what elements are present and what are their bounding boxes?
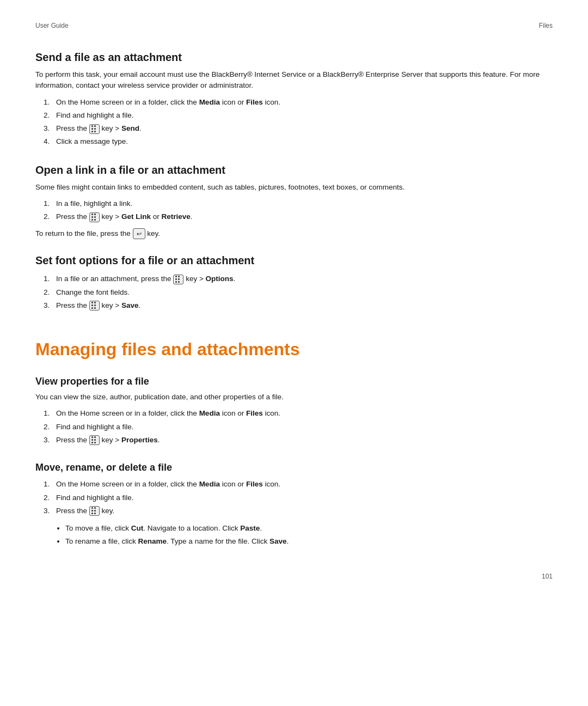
menu-key-icon <box>89 506 100 516</box>
back-key-icon: ↩ <box>133 228 145 240</box>
section-title-open-link: Open a link in a file or an attachment <box>35 164 553 176</box>
send-file-intro: To perform this task, your email account… <box>35 69 553 92</box>
list-item: Press the key > Send. <box>52 122 553 135</box>
list-item: In a file, highlight a link. <box>52 197 553 210</box>
page: User Guide Files Send a file as an attac… <box>0 0 588 597</box>
section-title-send-file: Send a file as an attachment <box>35 51 553 64</box>
menu-key-dots <box>91 214 96 221</box>
move-rename-bullets: To move a file, click Cut. Navigate to a… <box>65 522 553 549</box>
list-item: In a file or an attachment, press the ke… <box>52 272 553 285</box>
header-left: User Guide <box>35 22 69 29</box>
list-item: Click a message type. <box>52 135 553 148</box>
section-send-file: Send a file as an attachment To perform … <box>35 51 553 149</box>
open-link-steps: In a file, highlight a link. Press the k… <box>52 197 553 224</box>
menu-key-icon <box>89 212 100 222</box>
chapter-title: Managing files and attachments <box>35 339 553 360</box>
font-options-steps: In a file or an attachment, press the ke… <box>52 272 553 312</box>
list-item: Press the key > Get Link or Retrieve. <box>52 210 553 223</box>
menu-key-icon <box>173 275 183 284</box>
list-item: On the Home screen or in a folder, click… <box>52 478 553 491</box>
section-subtitle-view-properties: View properties for a file <box>35 376 553 387</box>
page-number: 101 <box>542 573 553 580</box>
menu-key-dots <box>91 507 96 515</box>
section-title-font-options: Set font options for a file or an attach… <box>35 254 553 267</box>
list-item: On the Home screen or in a folder, click… <box>52 96 553 109</box>
view-properties-intro: You can view the size, author, publicati… <box>35 392 553 403</box>
list-item: Press the key > Save. <box>52 299 553 312</box>
section-subtitle-move-rename: Move, rename, or delete a file <box>35 462 553 473</box>
section-font-options: Set font options for a file or an attach… <box>35 254 553 312</box>
move-rename-steps: On the Home screen or in a folder, click… <box>52 478 553 518</box>
menu-key-dots <box>91 436 96 444</box>
page-header: User Guide Files <box>35 22 553 29</box>
list-item: Press the key > Properties. <box>52 434 553 447</box>
list-item: Press the key. <box>52 504 553 518</box>
send-file-steps: On the Home screen or in a folder, click… <box>52 96 553 149</box>
section-view-properties: View properties for a file You can view … <box>35 376 553 447</box>
menu-key-dots <box>91 125 96 133</box>
view-properties-steps: On the Home screen or in a folder, click… <box>52 407 553 447</box>
list-item: Find and highlight a file. <box>52 491 553 504</box>
list-item: Find and highlight a file. <box>52 109 553 122</box>
menu-key-icon <box>89 301 100 311</box>
section-move-rename-delete: Move, rename, or delete a file On the Ho… <box>35 462 553 548</box>
list-item: On the Home screen or in a folder, click… <box>52 407 553 420</box>
list-item: Change the font fields. <box>52 286 553 299</box>
list-item: To move a file, click Cut. Navigate to a… <box>65 522 553 535</box>
menu-key-dots <box>175 276 180 283</box>
section-open-link: Open a link in a file or an attachment S… <box>35 164 553 240</box>
list-item: To rename a file, click Rename. Type a n… <box>65 535 553 548</box>
menu-key-icon <box>89 435 100 445</box>
open-link-intro: Some files might contain links to embedd… <box>35 182 553 193</box>
menu-key-icon <box>89 124 100 134</box>
menu-key-dots <box>91 302 96 309</box>
list-item: Find and highlight a file. <box>52 421 553 434</box>
open-link-note: To return to the file, press the ↩ key. <box>35 228 553 240</box>
header-right: Files <box>539 22 553 29</box>
